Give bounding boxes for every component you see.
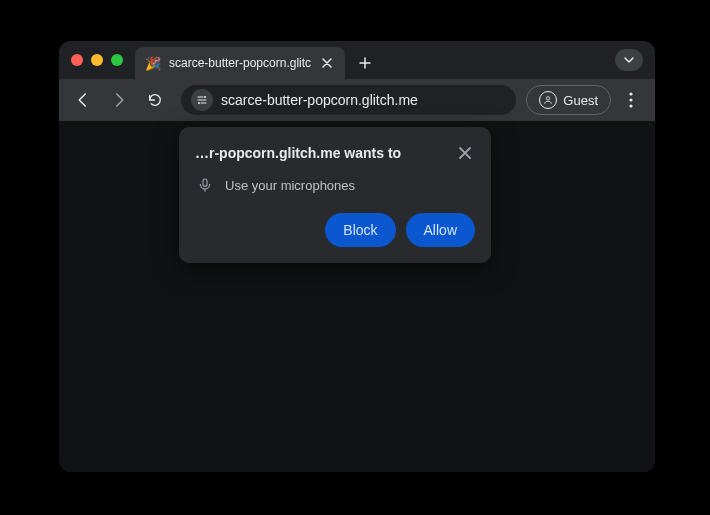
fullscreen-window-button[interactable] bbox=[111, 54, 123, 66]
address-bar[interactable]: scarce-butter-popcorn.glitch.me bbox=[181, 85, 516, 115]
back-button[interactable] bbox=[67, 84, 99, 116]
profile-button[interactable]: Guest bbox=[526, 85, 611, 115]
permission-prompt: …r-popcorn.glitch.me wants to Use your m… bbox=[179, 127, 491, 263]
site-settings-icon[interactable] bbox=[191, 89, 213, 111]
close-window-button[interactable] bbox=[71, 54, 83, 66]
svg-point-2 bbox=[547, 97, 550, 100]
reload-button[interactable] bbox=[139, 84, 171, 116]
svg-point-4 bbox=[629, 98, 632, 101]
forward-button[interactable] bbox=[103, 84, 135, 116]
microphone-icon bbox=[197, 177, 213, 193]
tab-close-button[interactable] bbox=[319, 55, 335, 71]
titlebar: 🎉 scarce-butter-popcorn.glitch bbox=[59, 41, 655, 79]
browser-window: 🎉 scarce-butter-popcorn.glitch sca bbox=[59, 41, 655, 472]
svg-point-1 bbox=[198, 102, 200, 104]
window-controls bbox=[71, 54, 123, 66]
permission-row: Use your microphones bbox=[195, 177, 475, 193]
svg-rect-6 bbox=[203, 179, 207, 186]
profile-label: Guest bbox=[563, 93, 598, 108]
new-tab-button[interactable] bbox=[351, 49, 379, 77]
permission-label: Use your microphones bbox=[225, 178, 355, 193]
allow-button[interactable]: Allow bbox=[406, 213, 475, 247]
prompt-origin-text: …r-popcorn.glitch.me wants to bbox=[195, 145, 401, 161]
svg-point-3 bbox=[629, 92, 632, 95]
page-content: …r-popcorn.glitch.me wants to Use your m… bbox=[59, 121, 655, 472]
tab-favicon-icon: 🎉 bbox=[145, 56, 161, 71]
overflow-menu-button[interactable] bbox=[615, 84, 647, 116]
guest-avatar-icon bbox=[539, 91, 557, 109]
tab-title: scarce-butter-popcorn.glitch bbox=[169, 56, 311, 70]
toolbar: scarce-butter-popcorn.glitch.me Guest bbox=[59, 79, 655, 121]
window-dropdown-button[interactable] bbox=[615, 49, 643, 71]
svg-point-5 bbox=[629, 104, 632, 107]
block-button[interactable]: Block bbox=[325, 213, 395, 247]
prompt-close-button[interactable] bbox=[455, 143, 475, 163]
url-text: scarce-butter-popcorn.glitch.me bbox=[221, 92, 418, 108]
svg-point-0 bbox=[204, 96, 206, 98]
minimize-window-button[interactable] bbox=[91, 54, 103, 66]
browser-tab[interactable]: 🎉 scarce-butter-popcorn.glitch bbox=[135, 47, 345, 79]
